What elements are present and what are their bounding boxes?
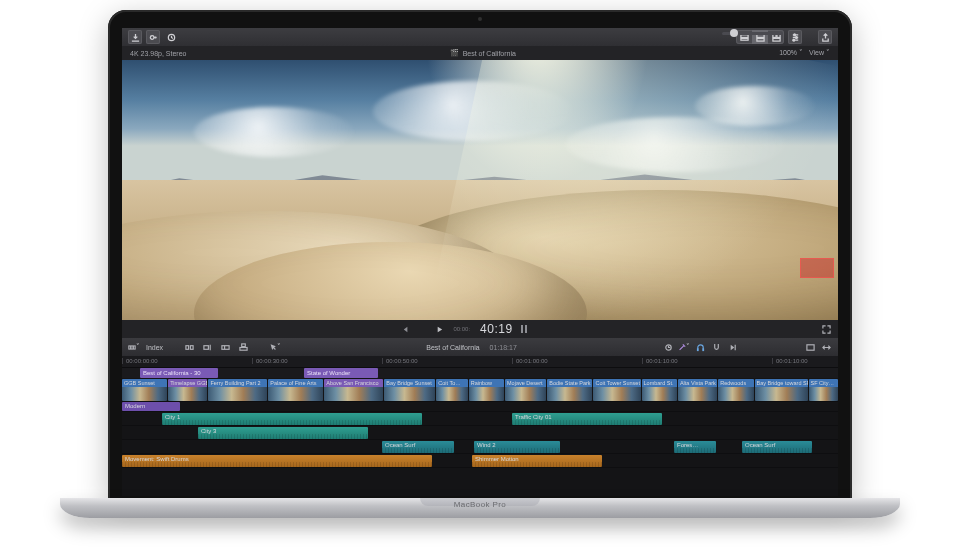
audio-clip[interactable]: Fores…: [674, 441, 716, 453]
audio-clip[interactable]: Shimmer Motion: [472, 455, 602, 467]
timecode-display[interactable]: 40:19: [480, 322, 513, 336]
video-clip[interactable]: SF City…: [809, 379, 838, 401]
video-clip[interactable]: Timelapse GGB: [168, 379, 207, 401]
clip-thumbnail: [384, 387, 435, 401]
timeline-theater-icon[interactable]: [804, 341, 816, 353]
keyword-icon[interactable]: [146, 30, 160, 44]
select-tool-icon[interactable]: ˅: [269, 341, 281, 353]
clip-thumbnail: [469, 387, 504, 401]
inspector-icon[interactable]: [788, 30, 802, 44]
timeline-ruler[interactable]: 00:00:00:0000:00:30:0000:00:50:0000:01:0…: [122, 356, 838, 368]
waveform: [472, 462, 602, 467]
chapter-marker[interactable]: State of Wonder: [304, 368, 378, 378]
waveform: [162, 420, 422, 425]
waveform: [474, 448, 560, 453]
svg-rect-18: [241, 343, 245, 346]
skimming-icon[interactable]: [726, 341, 738, 353]
audio-clip[interactable]: City 1: [162, 413, 422, 425]
video-clip[interactable]: Redwoods: [718, 379, 753, 401]
clip-label: Ferry Building Part 2: [208, 379, 267, 387]
camera-dot: [478, 17, 482, 21]
clip-label: Bodie State Park: [547, 379, 592, 387]
clip-thumbnail: [642, 387, 677, 401]
video-clip[interactable]: Bay Bridge Sunset: [384, 379, 435, 401]
video-clip[interactable]: Coit Tower Sunset: [593, 379, 640, 401]
video-clip[interactable]: Coit To…: [436, 379, 467, 401]
clip-label: Alta Vista Park: [678, 379, 717, 387]
video-clip[interactable]: GGB Sunset: [122, 379, 167, 401]
audio-clip[interactable]: Ocean Surf: [382, 441, 454, 453]
clip-thumbnail: [755, 387, 808, 401]
headphones-icon[interactable]: [694, 341, 706, 353]
overwrite-clip-icon[interactable]: [219, 341, 231, 353]
selection-overlay[interactable]: [800, 258, 834, 278]
svg-rect-8: [772, 38, 779, 41]
viewer-zoom-dropdown[interactable]: 100% ˅: [779, 49, 803, 57]
insert-clip-icon[interactable]: [183, 341, 195, 353]
primary-storyline[interactable]: GGB SunsetTimelapse GGBFerry Building Pa…: [122, 378, 838, 402]
play-icon[interactable]: [433, 323, 445, 335]
svg-point-10: [795, 36, 797, 38]
title-clip[interactable]: Modern: [122, 402, 180, 411]
audio-clip[interactable]: City 3: [198, 427, 368, 439]
ruler-tick: 00:01:10:00: [642, 358, 702, 364]
waveform: [512, 420, 662, 425]
video-clip[interactable]: Above San Francisco: [324, 379, 383, 401]
svg-point-0: [150, 35, 154, 39]
video-clip[interactable]: Rainbow: [469, 379, 504, 401]
video-clip[interactable]: Alta Vista Park: [678, 379, 717, 401]
timeline-tracks[interactable]: GGB SunsetTimelapse GGBFerry Building Pa…: [122, 378, 838, 496]
clip-thumbnail: [208, 387, 267, 401]
clip-label: Mojave Desert: [505, 379, 546, 387]
chapter-marker[interactable]: Best of California - 30: [140, 368, 218, 378]
timeline-project-duration: 01:18:17: [490, 344, 517, 351]
video-clip[interactable]: Bodie State Park: [547, 379, 592, 401]
audio-track[interactable]: City 3: [122, 426, 838, 440]
index-button[interactable]: Index: [146, 344, 163, 351]
audio-track[interactable]: Ocean SurfWind 2Fores…Ocean Surf: [122, 440, 838, 454]
skip-back-icon[interactable]: [400, 323, 412, 335]
marker-row[interactable]: Best of California - 30State of Wonder: [122, 368, 838, 378]
video-clip[interactable]: Mojave Desert: [505, 379, 546, 401]
audio-clip[interactable]: Traffic City 01: [512, 413, 662, 425]
fullscreen-icon[interactable]: [820, 323, 832, 335]
enhance-icon[interactable]: ˅: [678, 341, 690, 353]
clip-thumbnail: [809, 387, 838, 401]
svg-rect-15: [204, 345, 209, 349]
video-clip[interactable]: Ferry Building Part 2: [208, 379, 267, 401]
audio-clip[interactable]: Movement: Swift Drums: [122, 455, 432, 467]
clip-appearance-icon[interactable]: ˅: [128, 341, 140, 353]
audio-clip[interactable]: Ocean Surf: [742, 441, 812, 453]
title-track[interactable]: Modern: [122, 402, 838, 412]
svg-rect-20: [696, 348, 698, 351]
video-clip[interactable]: Bay Bridge toward SF: [755, 379, 808, 401]
clip-label: Palace of Fine Arts: [268, 379, 323, 387]
viewer-view-dropdown[interactable]: View ˅: [809, 49, 830, 57]
clip-thumbnail: [168, 387, 207, 401]
clip-thumbnail: [436, 387, 467, 401]
share-icon[interactable]: [818, 30, 832, 44]
clip-thumbnail: [505, 387, 546, 401]
clip-label: Timelapse GGB: [168, 379, 207, 387]
full-timeline-icon[interactable]: [820, 341, 832, 353]
audio-track[interactable]: City 1Traffic City 01: [122, 412, 838, 426]
audio-track[interactable]: Movement: Swift DrumsShimmer Motion: [122, 454, 838, 468]
timeline-zoom-knob[interactable]: [730, 29, 738, 37]
viewer-canvas[interactable]: [122, 60, 838, 320]
waveform: [382, 448, 454, 453]
clip-thumbnail: [593, 387, 640, 401]
append-clip-icon[interactable]: [201, 341, 213, 353]
waveform: [122, 462, 432, 467]
snapping-icon[interactable]: [710, 341, 722, 353]
import-icon[interactable]: [128, 30, 142, 44]
audio-clip[interactable]: Wind 2: [474, 441, 560, 453]
svg-rect-5: [756, 38, 763, 41]
connect-clip-icon[interactable]: [237, 341, 249, 353]
viewer-info-bar: 4K 23.98p, Stereo 🎬 Best of California 1…: [122, 46, 838, 60]
pause-icon[interactable]: [521, 325, 527, 333]
background-tasks-icon[interactable]: [164, 30, 178, 44]
retime-icon[interactable]: [662, 341, 674, 353]
video-clip[interactable]: Palace of Fine Arts: [268, 379, 323, 401]
transport-bar: 00:00: 40:19: [122, 320, 838, 338]
video-clip[interactable]: Lombard St.: [642, 379, 677, 401]
